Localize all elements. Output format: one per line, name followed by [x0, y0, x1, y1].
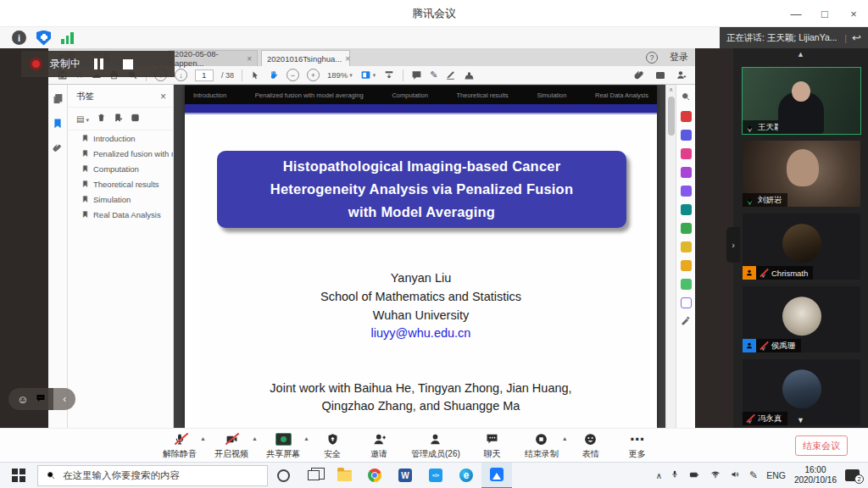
document-scrollbar[interactable]: ∧ [665, 85, 676, 428]
notification-center-icon[interactable]: 2 [845, 469, 860, 481]
emoji-button[interactable]: 表情 [576, 431, 605, 460]
manage-members-button[interactable]: 管理成员(26) [411, 431, 460, 460]
fit-width-icon[interactable] [383, 69, 395, 80]
bookmark-item[interactable]: Penalized fusion with mode [68, 146, 173, 161]
attachments-icon[interactable] [53, 142, 63, 155]
comment-bubble-icon[interactable] [411, 69, 422, 80]
tools-search-icon[interactable] [681, 92, 691, 103]
bookmark-item[interactable]: Computation [68, 161, 173, 176]
export-pdf-icon[interactable] [681, 167, 692, 178]
chat-button[interactable]: 聊天 [478, 431, 507, 460]
share-screen-button[interactable]: 共享屏幕 ▲ [266, 431, 300, 460]
organize-pages-icon[interactable] [681, 223, 692, 234]
bookmark-item[interactable]: Introduction [68, 130, 173, 146]
end-meeting-button[interactable]: 结束会议 [795, 435, 848, 456]
tray-volume-icon[interactable] [730, 468, 741, 483]
zoom-out-icon[interactable]: − [287, 69, 299, 81]
panel-collapse-handle[interactable]: › [726, 227, 740, 263]
caret-up-icon[interactable]: ▲ [303, 435, 309, 441]
caret-up-icon[interactable]: ▲ [200, 435, 206, 441]
combine-files-icon[interactable] [681, 130, 692, 141]
highlight-pen-icon[interactable]: ✎ [430, 69, 437, 80]
vscode-button[interactable]: </> [420, 463, 451, 488]
taskbar-search[interactable] [37, 465, 268, 486]
emoji-icon[interactable]: ☺ [17, 393, 28, 406]
shield-tool-icon[interactable] [681, 297, 692, 308]
link-attach-icon[interactable] [634, 69, 645, 80]
tray-expand-icon[interactable]: ∧ [656, 471, 662, 480]
select-cursor-icon[interactable] [250, 70, 260, 80]
bookmark-item[interactable]: Simulation [68, 191, 173, 207]
scroll-up-icon[interactable]: ∧ [666, 85, 676, 95]
page-down-icon[interactable]: ↓ [175, 69, 187, 81]
cortana-button[interactable] [268, 463, 298, 488]
add-bookmark-icon[interactable] [114, 113, 123, 125]
encryption-shield-icon[interactable] [36, 30, 51, 46]
page-display-icon[interactable]: ▾ [360, 69, 376, 80]
start-button[interactable] [0, 463, 37, 488]
chrome-button[interactable] [359, 463, 390, 488]
caret-up-icon[interactable]: ▲ [252, 435, 258, 441]
fill-sign-icon[interactable] [681, 186, 692, 197]
page-thumbnails-icon[interactable] [53, 93, 64, 106]
compress-pdf-icon[interactable] [681, 241, 692, 252]
stop-record-button[interactable]: 结束录制 ▲ [525, 431, 559, 460]
document-tab-1[interactable]: 2020-05-08-appen... × [169, 50, 258, 66]
pause-recording-button[interactable] [88, 55, 109, 74]
taskbar-clock[interactable]: 16:00 2020/10/16 [794, 465, 837, 486]
delete-bookmark-icon[interactable] [97, 113, 106, 125]
participant-tile[interactable]: Chrismath [743, 214, 860, 280]
tencent-meeting-button[interactable] [481, 463, 512, 488]
zoom-in-icon[interactable]: + [307, 69, 320, 81]
protect-pdf-icon[interactable] [681, 204, 692, 215]
help-icon[interactable]: ? [646, 52, 658, 64]
minimize-button[interactable]: — [782, 0, 810, 27]
caret-up-icon[interactable]: ▲ [562, 435, 568, 441]
bookmark-options-icon[interactable]: ▤▾ [76, 114, 89, 124]
comment-tool-icon[interactable] [681, 260, 692, 271]
close-icon[interactable]: × [160, 91, 166, 103]
edge-button[interactable]: e [451, 463, 481, 488]
invite-button[interactable]: 邀请 [364, 431, 393, 460]
network-signal-icon[interactable] [61, 31, 74, 44]
document-tab-2[interactable]: 20201016Tsinghua... × [261, 50, 350, 66]
chat-bubble-icon[interactable] [35, 391, 47, 407]
stop-recording-button[interactable] [117, 55, 138, 74]
create-pdf-icon[interactable] [681, 111, 692, 122]
share-person-icon[interactable] [676, 69, 687, 80]
bookmark-tag-icon[interactable] [131, 113, 140, 125]
signin-button[interactable]: 登录 [670, 51, 688, 64]
tray-wifi-icon[interactable] [709, 468, 721, 483]
bookmark-item[interactable]: Real Data Analysis [68, 207, 173, 222]
participant-tile[interactable]: 侯禹珊 [743, 286, 860, 352]
print-production-icon[interactable] [681, 279, 692, 290]
meeting-info-icon[interactable]: i [12, 30, 26, 45]
word-button[interactable]: W [390, 463, 420, 488]
back-to-video-icon[interactable]: ↩ [852, 31, 861, 44]
more-tools-icon[interactable] [681, 316, 691, 328]
unmute-button[interactable]: 解除静音 ▲ [163, 431, 197, 460]
tray-mic-icon[interactable] [670, 468, 679, 483]
email-icon[interactable] [654, 70, 666, 80]
tab-close-icon[interactable]: × [243, 54, 252, 64]
bookmarks-panel-icon[interactable] [53, 118, 63, 130]
search-input[interactable] [63, 470, 249, 480]
collapse-up-icon[interactable]: ▲ [733, 50, 868, 58]
participant-tile[interactable]: 刘妍岩 [743, 141, 860, 207]
maximize-button[interactable]: □ [810, 0, 839, 27]
tab-close-icon[interactable]: × [342, 54, 350, 64]
participant-tile[interactable]: 王天颖 [743, 68, 860, 134]
start-video-button[interactable]: 开启视频 ▲ [214, 431, 248, 460]
file-explorer-button[interactable] [329, 463, 359, 488]
sign-icon[interactable] [445, 69, 456, 80]
security-button[interactable]: 安全 [318, 431, 347, 460]
bookmark-item[interactable]: Theoretical results [68, 176, 173, 191]
scrollbar-thumb[interactable] [668, 97, 675, 136]
close-button[interactable]: × [839, 0, 868, 27]
edit-pdf-icon[interactable] [681, 148, 692, 159]
language-indicator[interactable]: ENG [766, 470, 786, 480]
page-number-input[interactable]: 1 [195, 69, 214, 81]
task-view-button[interactable] [298, 463, 329, 488]
tray-battery-icon[interactable] [687, 468, 701, 483]
hand-tool-icon[interactable] [268, 69, 279, 80]
